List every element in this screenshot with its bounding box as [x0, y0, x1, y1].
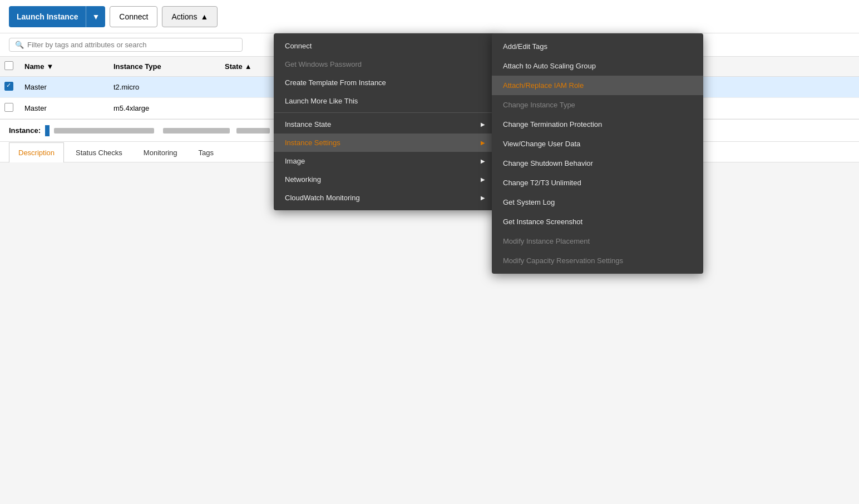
tab-tags[interactable]: Tags — [189, 142, 223, 162]
instance-label: Instance: — [9, 126, 41, 135]
th-name[interactable]: Name ▼ — [24, 62, 113, 71]
submenu-arrow-icon: ▶ — [481, 158, 485, 162]
instance-id-indicator — [45, 125, 50, 136]
actions-caret-icon: ▲ — [200, 12, 208, 21]
row1-type: t2.micro — [113, 83, 225, 91]
menu-item-launch-more[interactable]: Launch More Like This — [274, 92, 496, 110]
row2-checkbox[interactable] — [4, 103, 24, 113]
row1-checkbox[interactable] — [4, 82, 24, 92]
submenu-item-user-data[interactable]: View/Change User Data — [492, 134, 703, 154]
submenu-item-attach-auto-scaling[interactable]: Attach to Auto Scaling Group — [492, 56, 703, 76]
row2-name: Master — [24, 104, 113, 112]
submenu-arrow-icon: ▶ — [481, 140, 485, 146]
menu-item-instance-settings[interactable]: Instance Settings ▶ — [274, 134, 496, 152]
instance-settings-submenu: Add/Edit Tags Attach to Auto Scaling Gro… — [492, 33, 703, 162]
search-input-wrap: 🔍 — [9, 38, 243, 52]
instance-id-redacted2 — [163, 128, 230, 134]
connect-button[interactable]: Connect — [110, 6, 157, 27]
launch-instance-caret-icon[interactable]: ▼ — [86, 6, 105, 27]
menu-item-create-template[interactable]: Create Template From Instance — [274, 73, 496, 92]
menu-divider — [274, 112, 496, 113]
tab-monitoring[interactable]: Monitoring — [134, 142, 187, 162]
submenu-item-change-termination[interactable]: Change Termination Protection — [492, 115, 703, 134]
submenu-arrow-icon: ▶ — [481, 121, 485, 127]
submenu-item-add-edit-tags[interactable]: Add/Edit Tags — [492, 37, 703, 56]
search-input[interactable] — [27, 41, 236, 49]
state-sort-icon: ▲ — [245, 62, 252, 71]
launch-instance-label: Launch Instance — [9, 6, 86, 27]
name-sort-icon: ▼ — [46, 62, 53, 71]
launch-instance-button[interactable]: Launch Instance ▼ — [9, 6, 105, 27]
search-icon: 🔍 — [15, 41, 24, 49]
actions-dropdown: Connect Get Windows Password Create Temp… — [274, 33, 496, 162]
submenu-item-attach-iam-role[interactable]: Attach/Replace IAM Role — [492, 76, 703, 95]
instance-id-redacted3 — [236, 128, 270, 134]
actions-button[interactable]: Actions ▲ — [162, 6, 218, 27]
header-checkbox — [4, 61, 13, 70]
submenu-item-change-instance-type: Change Instance Type — [492, 95, 703, 115]
menu-item-instance-state[interactable]: Instance State ▶ — [274, 115, 496, 134]
toolbar: Launch Instance ▼ Connect Actions ▲ — [0, 0, 859, 33]
th-instance-type[interactable]: Instance Type — [113, 62, 225, 71]
menu-item-connect[interactable]: Connect — [274, 37, 496, 55]
row1-checkbox-icon — [4, 82, 13, 91]
row2-type: m5.4xlarge — [113, 104, 225, 112]
instance-id-redacted — [54, 128, 154, 134]
tab-description[interactable]: Description — [9, 142, 64, 162]
submenu-item-shutdown-behavior[interactable]: Change Shutdown Behavior — [492, 154, 703, 162]
row1-name: Master — [24, 83, 113, 91]
row2-checkbox-icon — [4, 103, 13, 112]
tab-status-checks[interactable]: Status Checks — [66, 142, 132, 162]
menu-item-image[interactable]: Image ▶ — [274, 152, 496, 162]
menu-item-get-windows-password: Get Windows Password — [274, 55, 496, 73]
th-checkbox[interactable] — [4, 61, 24, 72]
actions-label: Actions — [171, 12, 197, 21]
